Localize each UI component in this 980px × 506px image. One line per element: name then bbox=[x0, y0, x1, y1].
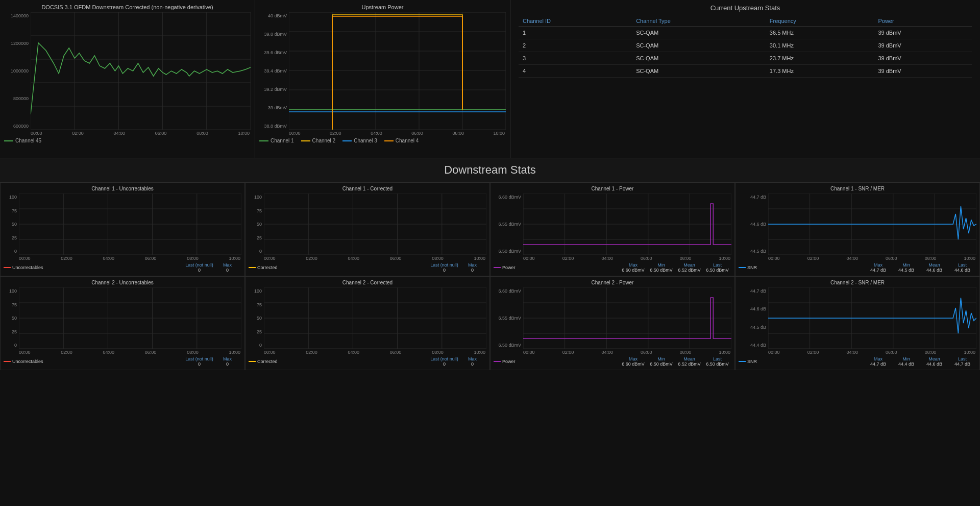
chart-footer: SNR Max 44.7 dB Min 44.4 dB Mean bbox=[739, 356, 976, 367]
chart-cell-0: Channel 1 - Uncorrectables 1007550250 00… bbox=[0, 182, 245, 276]
chart-title: Channel 1 - Power bbox=[494, 186, 731, 191]
x-axis: 00:0002:0004:0006:0008:0010:00 bbox=[739, 256, 976, 261]
svg-container bbox=[768, 194, 976, 255]
top-section: DOCSIS 3.1 OFDM Downstream Corrected (no… bbox=[0, 0, 980, 158]
chart-footer: Corrected Last (not null) 0 Max 0 bbox=[249, 356, 486, 367]
chart-footer: Power Max 6.60 dBmV Min 6.50 dBmV Me bbox=[494, 262, 731, 273]
channel45-legend-label: Channel 45 bbox=[15, 138, 41, 143]
ofdm-y-axis: 1400000 1200000 1000000 800000 600000 bbox=[4, 12, 31, 130]
ch4-legend-label: Channel 4 bbox=[396, 138, 419, 143]
chart-title: Channel 2 - Uncorrectables bbox=[4, 280, 241, 285]
stats-row: 3SC-QAM23.7 MHz39 dBmV bbox=[519, 52, 972, 65]
x-axis: 00:0002:0004:0006:0008:0010:00 bbox=[494, 350, 731, 355]
chart-svg bbox=[19, 287, 241, 349]
chart-title: Channel 1 - Uncorrectables bbox=[4, 186, 241, 191]
ch2-legend-label: Channel 2 bbox=[312, 138, 336, 143]
ofdm-x-axis: 00:00 02:00 04:00 06:00 08:00 10:00 bbox=[4, 131, 251, 136]
chart-title: Channel 1 - Corrected bbox=[249, 186, 486, 191]
upstream-power-title: Upstream Power bbox=[259, 4, 506, 10]
svg-container bbox=[19, 194, 241, 255]
y-axis: 1007550250 bbox=[4, 287, 19, 349]
ch2-legend-icon bbox=[301, 140, 310, 141]
x-axis: 00:0002:0004:0006:0008:0010:00 bbox=[739, 350, 976, 355]
chart-cell-5: Channel 2 - Corrected 1007550250 00:0002… bbox=[245, 276, 490, 370]
chart-cell-6: Channel 2 - Power 6.60 dBmV6.55 dBmV6.50… bbox=[490, 276, 735, 370]
upstream-y-axis: 40 dBmV 39.8 dBmV 39.6 dBmV 39.4 dBmV 39… bbox=[259, 12, 289, 130]
chart-area: 1007550250 bbox=[4, 287, 241, 349]
chart-cell-3: Channel 1 - SNR / MER 44.7 dB44.6 dB44.5… bbox=[735, 182, 980, 276]
y-axis: 1007550250 bbox=[249, 194, 264, 255]
stats-row: 2SC-QAM30.1 MHz39 dBmV bbox=[519, 39, 972, 52]
chart-svg bbox=[768, 287, 976, 349]
upstream-stats-title: Current Upstream Stats bbox=[519, 4, 972, 12]
ch1-legend-icon bbox=[259, 140, 268, 141]
svg-container bbox=[768, 287, 976, 349]
y-axis: 1007550250 bbox=[249, 287, 264, 349]
chart-cell-7: Channel 2 - SNR / MER 44.7 dB44.6 dB44.5… bbox=[735, 276, 980, 370]
upstream-chart-svg bbox=[289, 12, 506, 130]
upstream-power-panel: Upstream Power 40 dBmV 39.8 dBmV 39.6 dB… bbox=[255, 0, 510, 158]
chart-area: 44.7 dB44.6 dB44.5 dB bbox=[739, 194, 976, 255]
ofdm-legend: Channel 45 bbox=[4, 138, 251, 143]
legend-color-bar bbox=[494, 267, 501, 268]
col-channel-type: Channel Type bbox=[632, 16, 766, 27]
upstream-x-axis: 00:00 02:00 04:00 06:00 08:00 10:00 bbox=[259, 131, 506, 136]
chart-area: 44.7 dB44.6 dB44.5 dB44.4 dB bbox=[739, 287, 976, 349]
chart-area: 1007550250 bbox=[249, 194, 486, 255]
chart-svg bbox=[264, 194, 486, 255]
chart-cell-1: Channel 1 - Corrected 1007550250 00:0002… bbox=[245, 182, 490, 276]
ch1-legend-label: Channel 1 bbox=[271, 138, 294, 143]
ofdm-chart-svg-container bbox=[31, 12, 251, 130]
ch3-legend-icon bbox=[342, 140, 352, 141]
upstream-legend: Channel 1 Channel 2 Channel 3 Channel 4 bbox=[259, 138, 506, 143]
ofdm-chart-title: DOCSIS 3.1 OFDM Downstream Corrected (no… bbox=[4, 4, 251, 10]
upstream-stats-table: Channel ID Channel Type Frequency Power … bbox=[519, 16, 972, 78]
chart-footer: Corrected Last (not null) 0 Max 0 bbox=[249, 262, 486, 273]
ch4-legend-icon bbox=[384, 140, 394, 141]
svg-container bbox=[19, 287, 241, 349]
y-axis: 44.7 dB44.6 dB44.5 dB bbox=[739, 194, 768, 255]
chart-area: 6.60 dBmV6.55 dBmV6.50 dBmV bbox=[494, 287, 731, 349]
chart-area: 1007550250 bbox=[4, 194, 241, 255]
upstream-stats-panel: Current Upstream Stats Channel ID Channe… bbox=[510, 0, 980, 158]
svg-container bbox=[523, 194, 731, 255]
x-axis: 00:0002:0004:0006:0008:0010:00 bbox=[494, 256, 731, 261]
ofdm-chart-panel: DOCSIS 3.1 OFDM Downstream Corrected (no… bbox=[0, 0, 255, 158]
legend-color-bar bbox=[494, 361, 501, 362]
chart-footer: Uncorrectables Last (not null) 0 Max 0 bbox=[4, 356, 241, 367]
charts-grid: Channel 1 - Uncorrectables 1007550250 00… bbox=[0, 182, 980, 370]
stats-row: 1SC-QAM36.5 MHz39 dBmV bbox=[519, 27, 972, 39]
svg-container bbox=[264, 194, 486, 255]
y-axis: 6.60 dBmV6.55 dBmV6.50 dBmV bbox=[494, 194, 523, 255]
ofdm-chart-svg bbox=[31, 12, 251, 130]
downstream-header: Downstream Stats bbox=[0, 158, 980, 182]
chart-svg bbox=[19, 194, 241, 255]
legend-color-bar bbox=[4, 267, 11, 268]
x-axis: 00:0002:0004:0006:0008:0010:00 bbox=[4, 350, 241, 355]
chart-title: Channel 2 - Power bbox=[494, 280, 731, 285]
chart-svg bbox=[523, 194, 731, 255]
legend-color-bar bbox=[4, 361, 11, 362]
svg-container bbox=[523, 287, 731, 349]
chart-cell-4: Channel 2 - Uncorrectables 1007550250 00… bbox=[0, 276, 245, 370]
legend-color-bar bbox=[739, 267, 746, 268]
upstream-chart-svg-container bbox=[289, 12, 506, 130]
svg-container bbox=[264, 287, 486, 349]
chart-footer: SNR Max 44.7 dB Min 44.5 dB Mean bbox=[739, 262, 976, 273]
legend-color-bar bbox=[249, 361, 256, 362]
stats-row: 4SC-QAM17.3 MHz39 dBmV bbox=[519, 65, 972, 78]
ch3-legend-label: Channel 3 bbox=[354, 138, 377, 143]
chart-svg bbox=[523, 287, 731, 349]
chart-title: Channel 1 - SNR / MER bbox=[739, 186, 976, 191]
chart-footer: Power Max 6.60 dBmV Min 6.50 dBmV Me bbox=[494, 356, 731, 367]
y-axis: 1007550250 bbox=[4, 194, 19, 255]
chart-area: 1007550250 bbox=[249, 287, 486, 349]
chart-svg bbox=[768, 194, 976, 255]
chart-footer: Uncorrectables Last (not null) 0 Max 0 bbox=[4, 262, 241, 273]
x-axis: 00:0002:0004:0006:0008:0010:00 bbox=[249, 256, 486, 261]
y-axis: 6.60 dBmV6.55 dBmV6.50 dBmV bbox=[494, 287, 523, 349]
chart-title: Channel 2 - SNR / MER bbox=[739, 280, 976, 285]
chart-cell-2: Channel 1 - Power 6.60 dBmV6.55 dBmV6.50… bbox=[490, 182, 735, 276]
legend-color-bar bbox=[249, 267, 256, 268]
col-channel-id: Channel ID bbox=[519, 16, 632, 27]
